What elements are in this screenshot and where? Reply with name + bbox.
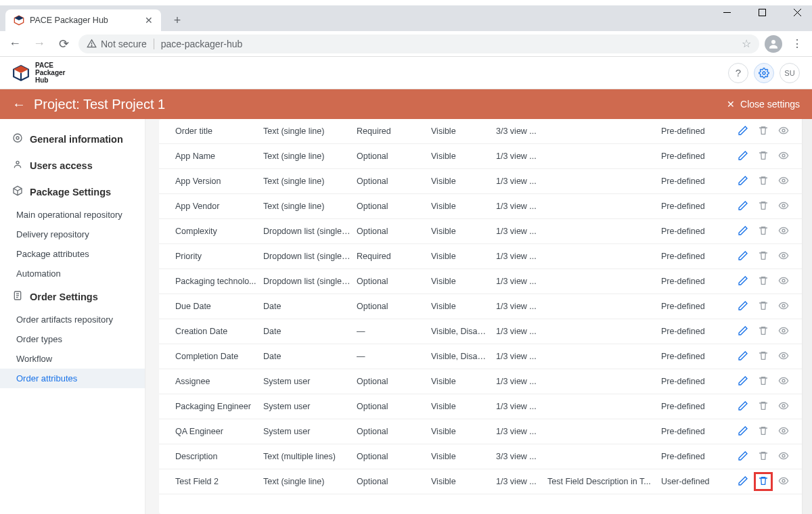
cell-views: 1/3 view ... — [496, 302, 547, 311]
sidebar-item-workflow[interactable]: Workflow — [0, 349, 145, 369]
window-minimize[interactable] — [716, 4, 738, 20]
help-button[interactable]: ? — [728, 63, 748, 83]
delete-button[interactable] — [756, 374, 771, 389]
svg-point-21 — [782, 154, 785, 157]
section-icon — [12, 133, 23, 145]
sidebar-item-package-attributes[interactable]: Package attributes — [0, 244, 145, 264]
delete-button[interactable] — [756, 174, 771, 189]
eye-icon — [778, 425, 789, 438]
cell-defined: Pre-defined — [661, 402, 736, 411]
table-row: Creation DateDate—Visible, Disabl...1/3 … — [159, 319, 803, 344]
browser-tab[interactable]: PACE Packager Hub ✕ — [5, 9, 161, 31]
visibility-button[interactable] — [776, 349, 791, 364]
edit-button[interactable] — [736, 474, 750, 489]
pencil-icon — [738, 350, 748, 363]
edit-button[interactable] — [736, 274, 750, 289]
scrollbar-thumb[interactable] — [804, 119, 811, 220]
visibility-button[interactable] — [776, 149, 791, 164]
edit-button[interactable] — [736, 224, 750, 239]
visibility-button[interactable] — [776, 124, 791, 139]
visibility-button[interactable] — [776, 249, 791, 264]
app-logo[interactable]: PACE Packager Hub — [12, 62, 65, 84]
delete-button[interactable] — [756, 349, 771, 364]
visibility-button[interactable] — [776, 324, 791, 339]
trash-icon — [758, 275, 769, 288]
nav-reload-button[interactable]: ⟳ — [54, 34, 73, 53]
visibility-button[interactable] — [776, 449, 791, 464]
cell-type: System user — [263, 427, 357, 436]
tab-close-icon[interactable]: ✕ — [145, 15, 153, 26]
cell-required: Optional — [357, 377, 431, 386]
visibility-button[interactable] — [776, 474, 791, 489]
edit-button[interactable] — [736, 149, 750, 164]
visibility-button[interactable] — [776, 299, 791, 314]
edit-button[interactable] — [736, 124, 750, 139]
browser-profile-icon[interactable] — [765, 35, 782, 53]
delete-button[interactable] — [756, 274, 771, 289]
visibility-button[interactable] — [776, 274, 791, 289]
sidebar-item-order-artifacts-repository[interactable]: Order artifacts repository — [0, 310, 145, 329]
edit-button[interactable] — [736, 449, 750, 464]
trash-icon — [758, 175, 769, 188]
delete-button[interactable] — [756, 249, 771, 264]
visibility-button[interactable] — [776, 399, 791, 414]
delete-button[interactable] — [756, 324, 771, 339]
cell-name: Description — [175, 452, 263, 461]
cell-defined: Pre-defined — [661, 277, 736, 286]
delete-button[interactable] — [756, 299, 771, 314]
sidebar-item-order-types[interactable]: Order types — [0, 329, 145, 349]
trash-icon — [758, 250, 769, 263]
edit-button[interactable] — [736, 374, 750, 389]
cell-type: Date — [263, 302, 357, 311]
visibility-button[interactable] — [776, 224, 791, 239]
visibility-button[interactable] — [776, 424, 791, 439]
close-settings-button[interactable]: ✕ Close settings — [727, 99, 800, 110]
edit-button[interactable] — [736, 324, 750, 339]
omnibox[interactable]: Not secure pace-packager-hub ☆ — [78, 34, 759, 53]
sidebar-item-main-operational-repository[interactable]: Main operational repository — [0, 205, 145, 225]
delete-button[interactable] — [756, 224, 771, 239]
new-tab-button[interactable]: + — [168, 11, 187, 30]
delete-button[interactable] — [756, 399, 771, 414]
delete-button[interactable] — [756, 149, 771, 164]
visibility-button[interactable] — [776, 174, 791, 189]
sidebar-section-users-access[interactable]: Users access — [0, 152, 145, 179]
window-maximize[interactable] — [751, 4, 773, 20]
sidebar-section-order-settings[interactable]: Order Settings — [0, 283, 145, 310]
project-back-button[interactable]: ← — [12, 97, 26, 112]
svg-point-31 — [782, 404, 785, 407]
delete-button[interactable] — [756, 124, 771, 139]
delete-button[interactable] — [756, 449, 771, 464]
pencil-icon — [738, 125, 748, 138]
eye-icon — [778, 450, 789, 463]
nav-back-button[interactable]: ← — [5, 34, 24, 53]
delete-button[interactable] — [756, 474, 771, 489]
eye-icon — [778, 375, 789, 388]
edit-button[interactable] — [736, 424, 750, 439]
section-icon — [12, 159, 23, 172]
sidebar-item-automation[interactable]: Automation — [0, 264, 145, 283]
sidebar-section-general-information[interactable]: General information — [0, 126, 145, 152]
sidebar-item-delivery-repository[interactable]: Delivery repository — [0, 225, 145, 244]
bookmark-icon[interactable]: ☆ — [742, 37, 751, 50]
delete-button[interactable] — [756, 424, 771, 439]
window-close[interactable] — [786, 4, 808, 20]
edit-button[interactable] — [736, 249, 750, 264]
table-row: ComplexityDropdown list (single c...Opti… — [159, 219, 803, 244]
edit-button[interactable] — [736, 299, 750, 314]
delete-button[interactable] — [756, 199, 771, 214]
cell-required: Optional — [357, 427, 431, 436]
settings-button[interactable] — [754, 63, 774, 83]
sidebar-item-order-attributes[interactable]: Order attributes — [0, 369, 145, 388]
visibility-button[interactable] — [776, 374, 791, 389]
cell-name: Order title — [175, 126, 263, 136]
visibility-button[interactable] — [776, 199, 791, 214]
edit-button[interactable] — [736, 174, 750, 189]
user-avatar[interactable]: SU — [780, 63, 800, 83]
trash-icon — [758, 450, 769, 463]
edit-button[interactable] — [736, 199, 750, 214]
browser-menu-icon[interactable]: ⋮ — [788, 37, 807, 50]
edit-button[interactable] — [736, 399, 750, 414]
edit-button[interactable] — [736, 349, 750, 364]
sidebar-section-package-settings[interactable]: Package Settings — [0, 179, 145, 205]
